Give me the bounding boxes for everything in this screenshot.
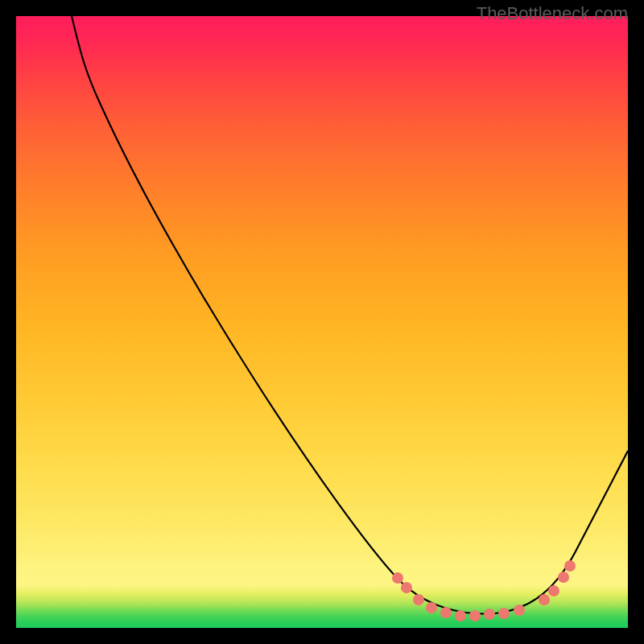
svg-point-9 xyxy=(514,605,525,616)
svg-point-10 xyxy=(539,594,550,605)
data-dots xyxy=(392,560,576,621)
watermark-text: TheBottleneck.com xyxy=(477,3,628,24)
svg-point-5 xyxy=(455,610,466,621)
svg-point-7 xyxy=(484,609,495,620)
bottleneck-curve xyxy=(72,16,628,614)
svg-point-1 xyxy=(401,582,412,593)
svg-point-2 xyxy=(413,594,424,605)
svg-point-13 xyxy=(564,560,576,572)
svg-point-4 xyxy=(440,607,452,618)
svg-point-11 xyxy=(548,585,559,597)
svg-point-12 xyxy=(558,572,569,583)
svg-point-6 xyxy=(469,610,481,621)
svg-point-0 xyxy=(392,572,403,584)
chart-container: TheBottleneck.com xyxy=(0,0,644,644)
svg-point-3 xyxy=(426,602,437,613)
svg-point-8 xyxy=(498,608,510,619)
chart-lines xyxy=(16,16,628,628)
